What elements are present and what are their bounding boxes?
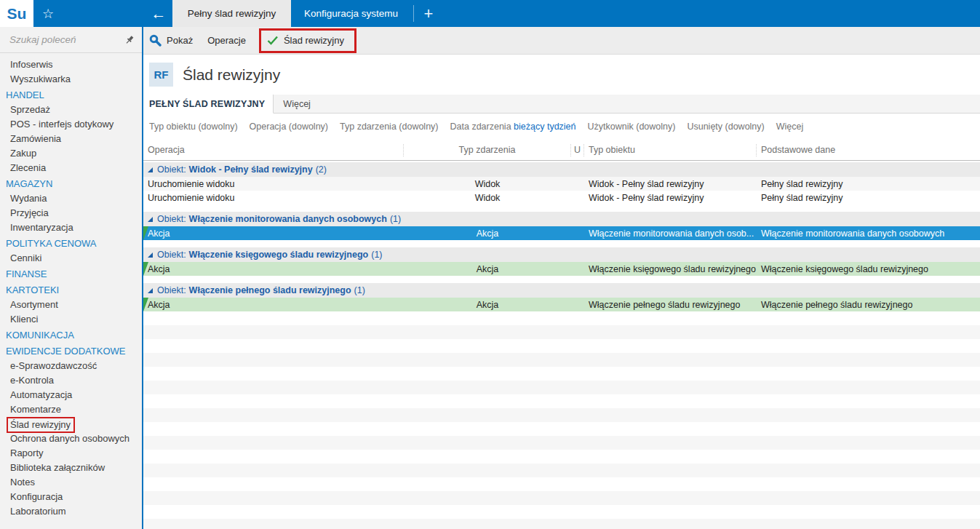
favorites-button[interactable]: ☆ <box>33 0 63 27</box>
sidebar-item-ślad-rewizyjny[interactable]: Ślad rewizyjny <box>0 417 142 431</box>
sidebar-section-finanse[interactable]: FINANSE <box>0 267 142 282</box>
filter-data-zdarzenia[interactable]: Data zdarzenia bieżący tydzień <box>450 122 576 132</box>
sidebar-item-komentarze[interactable]: Komentarze <box>0 402 142 417</box>
sidebar-item-sprzedaż[interactable]: Sprzedaż <box>0 103 142 117</box>
table-row[interactable]: AkcjaAkcjaWłączenie księgowego śladu rew… <box>143 262 980 276</box>
sidebar-menu: InfoserwisWyszukiwarkaHANDELSprzedażPOS … <box>0 53 142 519</box>
table-row[interactable]: Uruchomienie widokuWidokWidok - Pełny śl… <box>143 191 980 204</box>
command-search-input[interactable]: Szukaj poleceń <box>0 27 142 53</box>
sidebar-section-komunikacja[interactable]: KOMUNIKACJA <box>0 328 142 343</box>
sidebar-item-label: e-Sprawozdawczość <box>10 360 97 371</box>
search-icon <box>149 34 162 47</box>
sidebar-section-kartoteki[interactable]: KARTOTEKI <box>0 283 142 298</box>
sidebar-section-ewidencje-dodatkowe[interactable]: EWIDENCJE DODATKOWE <box>0 344 142 359</box>
group-expand-icon[interactable] <box>148 217 153 222</box>
sidebar-item-automatyzacja[interactable]: Automatyzacja <box>0 388 142 402</box>
group-object-name: Widok - Pełny ślad rewizyjny <box>189 164 313 175</box>
filter-operacja[interactable]: Operacja (dowolny) <box>250 122 328 132</box>
filter-value[interactable]: (dowolny) <box>196 122 238 132</box>
sidebar-item-zamówienia[interactable]: Zamówienia <box>0 132 142 146</box>
group-row-widok-pełny-ślad-rewizyjny[interactable]: Obiekt:Widok - Pełny ślad rewizyjny(2) <box>143 162 980 177</box>
column-header-podstawowe-dane[interactable]: Podstawowe dane <box>757 144 980 156</box>
sidebar-item-label: Zlecenia <box>10 162 46 173</box>
sidebar-item-konfiguracja[interactable]: Konfiguracja <box>0 490 142 504</box>
sidebar-item-wyszukiwarka[interactable]: Wyszukiwarka <box>0 72 142 87</box>
show-button[interactable]: Pokaż <box>143 27 200 54</box>
audit-trail-button[interactable]: Ślad rewizyjny <box>284 35 344 46</box>
sidebar-item-label: Zakup <box>10 148 36 159</box>
tab-wiecej[interactable]: Więcej <box>274 95 320 114</box>
sidebar-section-handel[interactable]: HANDEL <box>0 88 142 103</box>
filter-value[interactable]: (dowolny) <box>397 122 439 132</box>
table-row[interactable]: Uruchomienie widokuWidokWidok - Pełny śl… <box>143 177 980 191</box>
filter-value[interactable]: (dowolny) <box>722 122 765 132</box>
group-expand-icon[interactable] <box>148 288 153 293</box>
sidebar-item-zlecenia[interactable]: Zlecenia <box>0 161 142 175</box>
sidebar-item-label: EWIDENCJE DODATKOWE <box>6 346 125 357</box>
sidebar-item-zakup[interactable]: Zakup <box>0 146 142 161</box>
filter-label: Typ zdarzenia <box>340 122 397 132</box>
filter-usunięty[interactable]: Usunięty (dowolny) <box>687 122 764 132</box>
sidebar-item-inwentaryzacja[interactable]: Inwentaryzacja <box>0 220 142 235</box>
audit-trail-button-highlight: Ślad rewizyjny <box>259 28 356 53</box>
sidebar-item-laboratorium[interactable]: Laboratorium <box>0 504 142 519</box>
group-count: (1) <box>371 250 382 260</box>
cell-typ-zdarzenia: Widok <box>404 193 571 203</box>
back-button[interactable]: ← <box>146 0 172 27</box>
cell-typ-zdarzenia: Akcja <box>404 228 571 239</box>
cell-operacja: Akcja <box>143 228 404 239</box>
filter-label: Usunięty <box>687 122 722 132</box>
tab-separator <box>413 5 414 22</box>
sidebar-item-wydania[interactable]: Wydania <box>0 191 142 206</box>
filter-value[interactable]: (dowolny) <box>634 122 676 132</box>
sidebar-item-biblioteka-załączników[interactable]: Biblioteka załączników <box>0 461 142 475</box>
sidebar-item-label: Komentarze <box>10 404 61 415</box>
pin-icon[interactable] <box>124 35 135 45</box>
sidebar-item-raporty[interactable]: Raporty <box>0 446 142 461</box>
group-expand-icon[interactable] <box>148 167 153 172</box>
filter-użytkownik[interactable]: Użytkownik (dowolny) <box>588 122 676 132</box>
group-row-włączenie-księgowego-śladu-rewizyjnego[interactable]: Obiekt:Włączenie księgowego śladu rewizy… <box>143 247 980 262</box>
filter-value[interactable]: bieżący tydzień <box>511 122 576 132</box>
filter-więcej[interactable]: Więcej <box>776 122 804 132</box>
table-row[interactable]: AkcjaAkcjaWłączenie pełnego śladu rewizy… <box>143 298 980 311</box>
operations-button[interactable]: Operacje <box>200 27 253 54</box>
column-header-u[interactable]: U <box>571 144 584 156</box>
column-header-typ-zdarzenia[interactable]: Typ zdarzenia <box>404 144 571 156</box>
new-tab-button[interactable]: + <box>416 0 441 27</box>
group-expand-icon[interactable] <box>148 252 153 258</box>
sidebar-item-e-sprawozdawczość[interactable]: e-Sprawozdawczość <box>0 359 142 373</box>
sidebar-section-magazyn[interactable]: MAGAZYN <box>0 177 142 191</box>
sidebar-section-polityka-cenowa[interactable]: POLITYKA CENOWA <box>0 236 142 251</box>
sidebar-item-pos-interfejs-dotykowy[interactable]: POS - interfejs dotykowy <box>0 117 142 132</box>
group-row-włączenie-pełnego-śladu-rewizyjnego[interactable]: Obiekt:Włączenie pełnego śladu rewizyjne… <box>143 283 980 298</box>
filter-typ-zdarzenia[interactable]: Typ zdarzenia (dowolny) <box>340 122 439 132</box>
sidebar-item-ochrona-danych-osobowych[interactable]: Ochrona danych osobowych <box>0 431 142 446</box>
sidebar-item-cenniki[interactable]: Cenniki <box>0 251 142 266</box>
empty-grid-stripe <box>143 450 980 464</box>
table-row[interactable]: AkcjaAkcjaWłączenie monitorowania danych… <box>143 226 980 240</box>
empty-grid-stripe <box>143 353 980 367</box>
sidebar-item-przyjęcia[interactable]: Przyjęcia <box>0 206 142 220</box>
column-header-operacja[interactable]: Operacja <box>143 144 404 156</box>
sidebar-item-notes[interactable]: Notes <box>0 475 142 490</box>
group-count: (2) <box>316 164 327 175</box>
sidebar-item-label: Wydania <box>10 193 47 204</box>
tab-konfiguracja-systemu[interactable]: Konfiguracja systemu <box>291 0 411 27</box>
app-logo[interactable]: Su <box>0 0 33 27</box>
empty-grid-stripe <box>143 464 980 477</box>
sidebar-item-infoserwis[interactable]: Infoserwis <box>0 57 142 72</box>
tab-pelny-slad-rewizyjny-grid[interactable]: PEŁNY ŚLAD REWIZYJNY <box>143 95 274 114</box>
sidebar-item-label: MAGAZYN <box>6 178 52 189</box>
sidebar-item-asortyment[interactable]: Asortyment <box>0 298 142 312</box>
module-badge: RF <box>149 63 173 87</box>
sidebar-item-e-kontrola[interactable]: e-Kontrola <box>0 373 142 388</box>
filter-typ-obiektu[interactable]: Typ obiektu (dowolny) <box>149 122 238 132</box>
filter-value[interactable]: (dowolny) <box>286 122 328 132</box>
empty-grid-stripe <box>143 436 980 450</box>
sidebar-item-klienci[interactable]: Klienci <box>0 312 142 327</box>
operations-button-label: Operacje <box>207 35 246 46</box>
group-row-włączenie-monitorowania-danych-osobowych[interactable]: Obiekt:Włączenie monitorowania danych os… <box>143 212 980 226</box>
tab-pelny-slad-rewizyjny[interactable]: Pełny ślad rewizyjny <box>172 0 291 27</box>
column-header-typ-obiektu[interactable]: Typ obiektu <box>584 144 757 156</box>
